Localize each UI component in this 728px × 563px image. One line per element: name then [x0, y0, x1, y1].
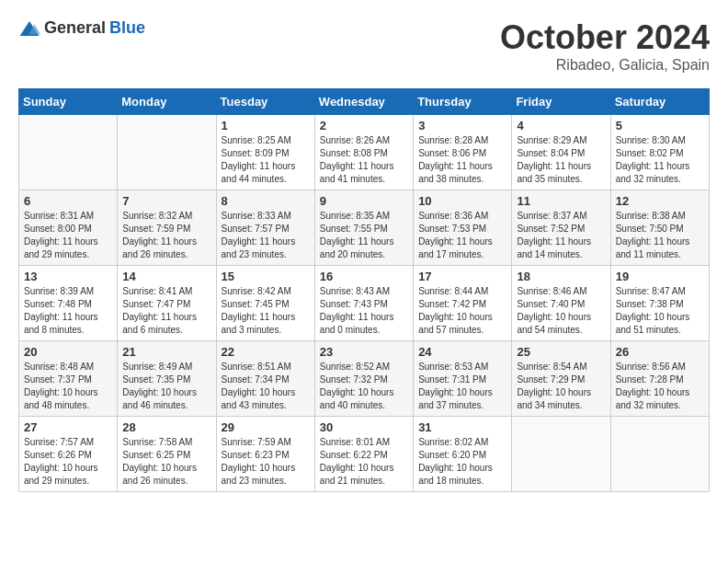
cell-content: Sunrise: 7:58 AM Sunset: 6:25 PM Dayligh… — [122, 436, 210, 488]
day-number: 20 — [24, 345, 112, 359]
week-row-3: 20Sunrise: 8:48 AM Sunset: 7:37 PM Dayli… — [19, 341, 710, 417]
day-number: 7 — [122, 194, 210, 208]
day-number: 3 — [418, 119, 506, 132]
week-row-1: 6Sunrise: 8:31 AM Sunset: 8:00 PM Daylig… — [19, 190, 710, 266]
day-number: 30 — [320, 420, 408, 434]
cell-content: Sunrise: 8:02 AM Sunset: 6:20 PM Dayligh… — [418, 436, 506, 488]
day-number: 4 — [517, 119, 605, 132]
day-number: 14 — [122, 270, 210, 283]
day-number: 9 — [320, 194, 408, 208]
calendar-cell: 4Sunrise: 8:29 AM Sunset: 8:04 PM Daylig… — [512, 115, 610, 190]
calendar-cell: 21Sunrise: 8:49 AM Sunset: 7:35 PM Dayli… — [118, 341, 216, 417]
calendar-cell: 6Sunrise: 8:31 AM Sunset: 8:00 PM Daylig… — [19, 190, 118, 266]
day-number: 24 — [418, 345, 506, 359]
cell-content: Sunrise: 7:59 AM Sunset: 6:23 PM Dayligh… — [222, 436, 310, 488]
day-number: 15 — [222, 270, 310, 283]
calendar-cell: 31Sunrise: 8:02 AM Sunset: 6:20 PM Dayli… — [414, 417, 512, 492]
calendar-cell: 30Sunrise: 8:01 AM Sunset: 6:22 PM Dayli… — [314, 417, 413, 492]
calendar-cell — [19, 115, 118, 190]
cell-content: Sunrise: 8:48 AM Sunset: 7:37 PM Dayligh… — [24, 361, 112, 412]
cell-content: Sunrise: 8:54 AM Sunset: 7:29 PM Dayligh… — [517, 361, 605, 412]
calendar-cell: 16Sunrise: 8:43 AM Sunset: 7:43 PM Dayli… — [314, 266, 413, 341]
calendar-cell: 13Sunrise: 8:39 AM Sunset: 7:48 PM Dayli… — [19, 266, 118, 341]
day-number: 8 — [222, 194, 310, 208]
day-number: 16 — [320, 270, 408, 283]
calendar-cell: 9Sunrise: 8:35 AM Sunset: 7:55 PM Daylig… — [314, 190, 413, 266]
calendar-cell: 2Sunrise: 8:26 AM Sunset: 8:08 PM Daylig… — [314, 115, 413, 190]
calendar-cell: 3Sunrise: 8:28 AM Sunset: 8:06 PM Daylig… — [414, 115, 512, 190]
cell-content: Sunrise: 8:01 AM Sunset: 6:22 PM Dayligh… — [320, 436, 408, 488]
cell-content: Sunrise: 8:31 AM Sunset: 8:00 PM Dayligh… — [24, 210, 112, 261]
logo: General Blue — [18, 18, 145, 38]
logo-blue: Blue — [109, 18, 145, 38]
logo-general: General — [44, 18, 106, 38]
header: General Blue October 2024 Ribadeo, Galic… — [18, 18, 710, 74]
week-row-0: 1Sunrise: 8:25 AM Sunset: 8:09 PM Daylig… — [19, 115, 710, 190]
cell-content: Sunrise: 8:51 AM Sunset: 7:34 PM Dayligh… — [222, 361, 310, 412]
calendar-cell: 1Sunrise: 8:25 AM Sunset: 8:09 PM Daylig… — [216, 115, 314, 190]
logo-icon — [18, 19, 40, 38]
calendar-cell: 28Sunrise: 7:58 AM Sunset: 6:25 PM Dayli… — [118, 417, 216, 492]
calendar-cell: 25Sunrise: 8:54 AM Sunset: 7:29 PM Dayli… — [512, 341, 610, 417]
calendar-cell: 15Sunrise: 8:42 AM Sunset: 7:45 PM Dayli… — [216, 266, 314, 341]
cell-content: Sunrise: 8:56 AM Sunset: 7:28 PM Dayligh… — [616, 361, 704, 412]
day-header-sunday: Sunday — [19, 89, 118, 115]
day-number: 28 — [122, 420, 210, 434]
day-number: 17 — [418, 270, 506, 283]
calendar-cell: 17Sunrise: 8:44 AM Sunset: 7:42 PM Dayli… — [414, 266, 512, 341]
cell-content: Sunrise: 8:25 AM Sunset: 8:09 PM Dayligh… — [222, 134, 310, 186]
day-header-monday: Monday — [118, 89, 216, 115]
calendar-cell: 5Sunrise: 8:30 AM Sunset: 8:02 PM Daylig… — [610, 115, 709, 190]
day-number: 1 — [222, 119, 310, 132]
day-number: 2 — [320, 119, 408, 132]
cell-content: Sunrise: 8:52 AM Sunset: 7:32 PM Dayligh… — [320, 361, 408, 412]
calendar-subtitle: Ribadeo, Galicia, Spain — [500, 57, 710, 74]
cell-content: Sunrise: 8:47 AM Sunset: 7:38 PM Dayligh… — [616, 285, 704, 337]
calendar-cell: 10Sunrise: 8:36 AM Sunset: 7:53 PM Dayli… — [414, 190, 512, 266]
cell-content: Sunrise: 8:41 AM Sunset: 7:47 PM Dayligh… — [122, 285, 210, 337]
cell-content: Sunrise: 8:32 AM Sunset: 7:59 PM Dayligh… — [122, 210, 210, 261]
day-number: 18 — [517, 270, 605, 283]
day-header-saturday: Saturday — [610, 89, 709, 115]
day-number: 5 — [616, 119, 704, 132]
calendar-cell — [512, 417, 610, 492]
day-number: 11 — [517, 194, 605, 208]
cell-content: Sunrise: 8:35 AM Sunset: 7:55 PM Dayligh… — [320, 210, 408, 261]
cell-content: Sunrise: 8:46 AM Sunset: 7:40 PM Dayligh… — [517, 285, 605, 337]
cell-content: Sunrise: 8:29 AM Sunset: 8:04 PM Dayligh… — [517, 134, 605, 186]
week-row-2: 13Sunrise: 8:39 AM Sunset: 7:48 PM Dayli… — [19, 266, 710, 341]
day-number: 25 — [517, 345, 605, 359]
calendar-cell: 8Sunrise: 8:33 AM Sunset: 7:57 PM Daylig… — [216, 190, 314, 266]
cell-content: Sunrise: 8:37 AM Sunset: 7:52 PM Dayligh… — [517, 210, 605, 261]
cell-content: Sunrise: 8:30 AM Sunset: 8:02 PM Dayligh… — [616, 134, 704, 186]
day-number: 19 — [616, 270, 704, 283]
day-number: 23 — [320, 345, 408, 359]
calendar-cell: 7Sunrise: 8:32 AM Sunset: 7:59 PM Daylig… — [118, 190, 216, 266]
cell-content: Sunrise: 8:38 AM Sunset: 7:50 PM Dayligh… — [616, 210, 704, 261]
day-header-tuesday: Tuesday — [216, 89, 314, 115]
day-number: 29 — [222, 420, 310, 434]
cell-content: Sunrise: 8:44 AM Sunset: 7:42 PM Dayligh… — [418, 285, 506, 337]
day-number: 31 — [418, 420, 506, 434]
day-header-friday: Friday — [512, 89, 610, 115]
calendar-title: October 2024 — [500, 18, 710, 57]
day-number: 27 — [24, 420, 112, 434]
calendar-cell: 26Sunrise: 8:56 AM Sunset: 7:28 PM Dayli… — [610, 341, 709, 417]
day-number: 22 — [222, 345, 310, 359]
cell-content: Sunrise: 8:53 AM Sunset: 7:31 PM Dayligh… — [418, 361, 506, 412]
calendar-cell: 29Sunrise: 7:59 AM Sunset: 6:23 PM Dayli… — [216, 417, 314, 492]
cell-content: Sunrise: 8:49 AM Sunset: 7:35 PM Dayligh… — [122, 361, 210, 412]
day-number: 12 — [616, 194, 704, 208]
cell-content: Sunrise: 8:28 AM Sunset: 8:06 PM Dayligh… — [418, 134, 506, 186]
day-header-thursday: Thursday — [414, 89, 512, 115]
calendar-cell — [610, 417, 709, 492]
week-row-4: 27Sunrise: 7:57 AM Sunset: 6:26 PM Dayli… — [19, 417, 710, 492]
cell-content: Sunrise: 8:42 AM Sunset: 7:45 PM Dayligh… — [222, 285, 310, 337]
day-number: 13 — [24, 270, 112, 283]
title-area: October 2024 Ribadeo, Galicia, Spain — [500, 18, 710, 74]
calendar-cell: 20Sunrise: 8:48 AM Sunset: 7:37 PM Dayli… — [19, 341, 118, 417]
day-number: 10 — [418, 194, 506, 208]
cell-content: Sunrise: 8:36 AM Sunset: 7:53 PM Dayligh… — [418, 210, 506, 261]
day-number: 26 — [616, 345, 704, 359]
cell-content: Sunrise: 8:26 AM Sunset: 8:08 PM Dayligh… — [320, 134, 408, 186]
